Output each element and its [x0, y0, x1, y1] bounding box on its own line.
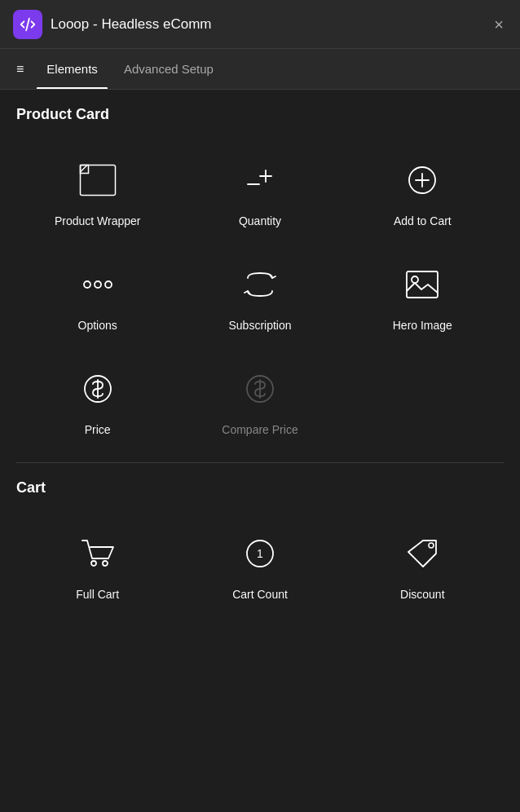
svg-rect-1: [80, 165, 88, 174]
svg-point-18: [103, 561, 108, 566]
full-cart-icon: [77, 532, 119, 575]
menu-icon[interactable]: ≡: [13, 51, 27, 88]
quantity-icon: [239, 159, 281, 201]
quantity-label: Quantity: [239, 214, 281, 227]
discount-label: Discount: [400, 588, 444, 601]
svg-point-17: [91, 561, 96, 566]
product-wrapper-icon: [77, 159, 119, 201]
svg-point-8: [84, 281, 90, 288]
price-label: Price: [85, 423, 111, 436]
product-card-section: Product Card Product Wrapper: [16, 106, 504, 456]
discount-item[interactable]: Discount: [342, 516, 504, 620]
section-divider: [16, 462, 504, 463]
svg-point-10: [105, 281, 112, 288]
cart-grid: Full Cart 1 Cart Count: [16, 516, 504, 620]
compare-price-icon: [239, 368, 281, 410]
svg-text:1: 1: [257, 547, 263, 560]
cart-count-label: Cart Count: [232, 588, 288, 601]
title-bar-left: Looop - Headless eComm: [13, 10, 211, 39]
price-item[interactable]: Price: [16, 351, 178, 456]
hero-image-label: Hero Image: [393, 319, 452, 332]
svg-point-9: [95, 281, 101, 288]
add-to-cart-icon: [401, 159, 443, 201]
cart-section: Cart Full Cart 1: [16, 479, 504, 620]
compare-price-item[interactable]: Compare Price: [178, 351, 341, 456]
tabs-bar: ≡ Elements Advanced Setup: [0, 49, 520, 90]
product-card-title: Product Card: [16, 106, 504, 123]
content-area: Product Card Product Wrapper: [0, 90, 520, 651]
subscription-label: Subscription: [228, 319, 291, 332]
product-wrapper-label: Product Wrapper: [55, 214, 141, 227]
subscription-item[interactable]: Subscription: [178, 247, 341, 351]
svg-rect-0: [80, 165, 115, 196]
close-button[interactable]: ×: [491, 13, 507, 36]
cart-count-item[interactable]: 1 Cart Count: [178, 516, 341, 620]
compare-price-label: Compare Price: [222, 423, 297, 436]
logo-icon: [19, 15, 37, 33]
product-wrapper-item[interactable]: Product Wrapper: [16, 143, 178, 247]
options-icon: [77, 263, 119, 306]
app-logo: [13, 10, 42, 39]
tab-elements[interactable]: Elements: [37, 49, 108, 89]
add-to-cart-label: Add to Cart: [394, 214, 452, 227]
svg-point-12: [412, 276, 418, 283]
subscription-icon: [239, 263, 281, 306]
price-icon: [77, 368, 119, 410]
product-card-grid: Product Wrapper Quantity: [16, 143, 504, 456]
svg-rect-11: [407, 271, 438, 298]
cart-count-icon: 1: [239, 532, 281, 575]
options-item[interactable]: Options: [16, 247, 178, 351]
quantity-item[interactable]: Quantity: [178, 143, 341, 247]
options-label: Options: [78, 319, 117, 332]
title-bar: Looop - Headless eComm ×: [0, 0, 520, 49]
hero-image-item[interactable]: Hero Image: [342, 247, 504, 351]
add-to-cart-item[interactable]: Add to Cart: [342, 143, 504, 247]
app-title: Looop - Headless eComm: [51, 16, 211, 33]
discount-icon: [401, 532, 443, 575]
full-cart-label: Full Cart: [76, 588, 119, 601]
tab-advanced-setup[interactable]: Advanced Setup: [114, 49, 223, 89]
svg-point-21: [429, 543, 434, 548]
cart-title: Cart: [16, 479, 504, 496]
full-cart-item[interactable]: Full Cart: [16, 516, 178, 620]
hero-image-icon: [401, 263, 443, 306]
